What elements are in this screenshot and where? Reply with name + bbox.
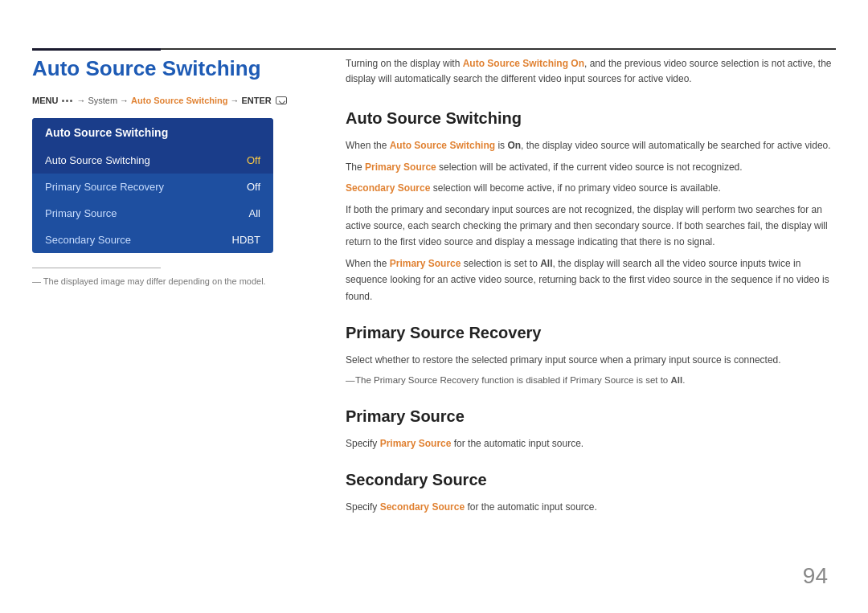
section-secondary-source-heading: Secondary Source [346,471,836,489]
menu-item-secondary-source-label: Secondary Source [45,234,131,246]
breadcrumb-enter: ENTER [241,96,271,105]
enter-icon [276,96,287,104]
section-primary-source: Primary Source Specify Primary Source fo… [346,407,836,452]
menu-box-title: Auto Source Switching [32,118,273,147]
breadcrumb-arrow3: → [230,96,239,105]
menu-item-primary-recovery[interactable]: Primary Source Recovery Off [32,174,273,200]
section-secondary-source-p1: Specify Secondary Source for the automat… [346,499,836,515]
breadcrumb: MENU → System → Auto Source Switching → … [32,96,305,105]
section-primary-recovery-heading: Primary Source Recovery [346,324,836,342]
section-secondary-source: Secondary Source Specify Secondary Sourc… [346,471,836,515]
breadcrumb-arrow1: → [76,96,85,105]
section-auto-source-p3: Secondary Source selection will become a… [346,180,836,196]
menu-item-primary-source-value: All [249,207,260,219]
section-auto-source: Auto Source Switching When the Auto Sour… [346,109,836,304]
menu-item-auto-source-value: Off [247,154,260,166]
section-primary-source-heading: Primary Source [346,407,836,426]
menu-item-primary-recovery-label: Primary Source Recovery [45,181,164,193]
menu-item-secondary-source[interactable]: Secondary Source HDBT [32,227,273,253]
section-auto-source-p5: When the Primary Source selection is set… [346,255,836,304]
menu-item-primary-source[interactable]: Primary Source All [32,200,273,227]
section-primary-recovery: Primary Source Recovery Select whether t… [346,324,836,388]
section-primary-recovery-p1: Select whether to restore the selected p… [346,352,836,368]
breadcrumb-system: System [88,96,117,105]
menu-item-secondary-source-value: HDBT [232,234,260,246]
intro-before: Turning on the display with [346,58,463,69]
menu-item-auto-source-label: Auto Source Switching [45,154,150,166]
right-column: Turning on the display with Auto Source … [338,56,836,581]
left-divider [32,268,161,268]
menu-item-primary-recovery-value: Off [247,181,260,193]
top-border-accent [32,48,161,51]
section-auto-source-p2: The Primary Source selection will be act… [346,159,836,175]
intro-bold: Auto Source Switching On [463,58,584,69]
menu-item-auto-source[interactable]: Auto Source Switching Off [32,147,273,174]
menu-item-primary-source-label: Primary Source [45,207,117,219]
breadcrumb-active: Auto Source Switching [131,96,227,105]
section-primary-recovery-note: The Primary Source Recovery function is … [346,373,836,387]
menu-box: Auto Source Switching Auto Source Switch… [32,118,273,253]
section-auto-source-heading: Auto Source Switching [346,109,836,128]
section-auto-source-p4: If both the primary and secondary input … [346,202,836,251]
breadcrumb-menu: MENU [32,96,58,105]
section-auto-source-p1: When the Auto Source Switching is On, th… [346,137,836,153]
page-number: 94 [803,563,828,589]
section-primary-source-p1: Specify Primary Source for the automatic… [346,435,836,452]
left-column: Auto Source Switching MENU → System → Au… [32,56,305,581]
menu-dots-icon [62,100,72,102]
breadcrumb-arrow2: → [120,96,129,105]
intro-text: Turning on the display with Auto Source … [346,56,836,87]
footnote: The displayed image may differ depending… [32,276,305,286]
page-title: Auto Source Switching [32,56,305,81]
